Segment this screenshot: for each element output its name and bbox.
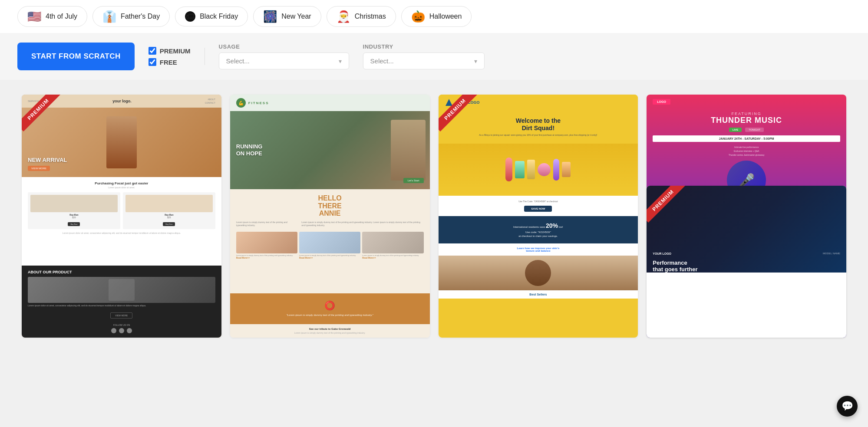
tpl1-subtitle: Purchasing Focal just got easier	[28, 181, 215, 185]
template-card-3[interactable]: PREMIUM YOUR LOGO Welcome to theDirt Squ…	[439, 95, 638, 338]
tpl5-headline: Performancethat goes further	[647, 259, 846, 273]
templates-grid: PREMIUM SERVICE your logo. ABOUT CONTACT…	[0, 80, 868, 352]
industry-select[interactable]: Select... ▾	[363, 53, 485, 69]
tpl1-hero-btn: VIEW MORE	[28, 166, 50, 171]
halloween-icon: 🎃	[411, 11, 425, 22]
free-checkbox-label[interactable]: FREE	[149, 58, 191, 66]
makeup-item-4	[538, 163, 551, 176]
tpl5-model: MODEL NAME	[823, 252, 840, 255]
tpl3-best-sellers: Best Sellers	[439, 290, 638, 299]
fathers-day-icon: 👔	[102, 11, 116, 22]
tpl4-details: Intimate live performance Exclusive inte…	[647, 142, 846, 161]
tpl1-buy-btn-1: Buy Now	[68, 222, 80, 226]
nav-label-christmas: Christmas	[355, 13, 386, 20]
tpl3-header: YOUR LOGO	[439, 95, 638, 110]
tpl1-contact: CONTACT	[205, 102, 215, 104]
makeup-item-5	[553, 159, 559, 181]
tpl2-col-text-2: Lorem ipsum is simply dummy text of the …	[301, 221, 423, 227]
nav-label-fathers-day: Father's Day	[121, 13, 160, 20]
nav-item-4th-july[interactable]: 🇺🇸 4th of July	[17, 6, 87, 27]
tpl2-img-3	[362, 232, 423, 253]
tpl2-tribute-text: See our tribute to Gabe Gronwald	[236, 328, 424, 330]
tpl5-logo: YOUR LOGO	[653, 252, 671, 255]
tpl2-hero-text: RUNNINGON HOPE	[236, 143, 263, 157]
nav-item-black-friday[interactable]: 🏷 Black Friday	[175, 7, 248, 26]
template-card-2[interactable]: 💪 FITNESS RUNNINGON HOPE Let's Start HEL…	[230, 95, 430, 338]
nav-item-fathers-day[interactable]: 👔 Father's Day	[92, 6, 170, 27]
nav-item-halloween[interactable]: 🎃 Halloween	[401, 6, 472, 27]
flag-icon: 🇺🇸	[27, 11, 41, 22]
new-year-icon: 🎆	[263, 11, 277, 22]
makeup-item-3	[527, 160, 535, 179]
template-card-5[interactable]: PREMIUM YOUR LOGO MODEL NAME Performance…	[647, 186, 846, 338]
tpl2-readmore-3: Read More>>	[362, 256, 423, 259]
template-5-content: YOUR LOGO MODEL NAME Performancethat goe…	[647, 186, 846, 273]
tpl3-products-img	[439, 144, 638, 196]
tpl3-logo-icon	[445, 98, 453, 107]
usage-chevron-icon: ▾	[339, 58, 342, 65]
tpl2-image-col-2: Lorem ipsum is simply dummy text of the …	[299, 232, 360, 259]
tpl1-logo: your logo.	[112, 99, 132, 103]
tpl1-about: ABOUT	[208, 98, 215, 101]
tpl1-product-1: Ray-Ban $20 Buy Now	[28, 192, 120, 229]
free-label: FREE	[160, 59, 177, 66]
tpl4-date-bar: JANUARY 24TH - SATURDAY - 5:00PM	[653, 135, 840, 142]
premium-checkbox[interactable]	[149, 47, 156, 55]
free-checkbox[interactable]	[149, 58, 156, 66]
tpl1-product-price-2: $25	[125, 216, 213, 219]
tpl2-readmore-1: Read More>>	[236, 256, 297, 259]
tpl2-hello-text: HELLOTHEREANNIE	[236, 194, 424, 217]
tpl3-hero: Welcome to theDirt Squad! As a Rileyu to…	[439, 110, 638, 144]
tpl2-logo-text: FITNESS	[248, 101, 269, 105]
template-1-content: SERVICE your logo. ABOUT CONTACT NEW ARR…	[22, 95, 221, 338]
tpl3-subtext: As a Rileyu to joining our squad- were g…	[445, 134, 632, 137]
tpl2-img-1	[236, 232, 297, 253]
nav-item-new-year[interactable]: 🎆 New Year	[253, 6, 321, 27]
filters-bar: START FROM SCRATCH PREMIUM FREE USAGE Se…	[0, 33, 868, 80]
tpl2-image-col-3: Lorem ipsum is simply dummy text of the …	[362, 232, 423, 259]
filter-checkboxes: PREMIUM FREE	[149, 47, 191, 66]
tpl1-follow: FOLLOW US ON	[28, 324, 215, 326]
tpl3-code-text: Use The Code: "OR30450R" at checkout	[445, 200, 632, 203]
industry-filter-group: INDUSTRY Select... ▾	[363, 43, 485, 69]
tpl5-logo-bar: YOUR LOGO MODEL NAME	[647, 248, 846, 259]
tpl3-skin: Learn how we improve your skin'stexture …	[439, 243, 638, 256]
usage-select[interactable]: Select... ▾	[219, 53, 349, 69]
top-nav: 🇺🇸 4th of July 👔 Father's Day 🏷 Black Fr…	[0, 0, 868, 33]
tpl1-footer-title: ABOUT OUR PRODUCT	[28, 270, 215, 274]
tpl2-image-col-1: Lorem ipsum is simply dummy text of the …	[236, 232, 297, 259]
nav-label-black-friday: Black Friday	[200, 13, 238, 20]
tpl4-tonight-badge: TONIGHT	[745, 128, 764, 132]
tpl3-intl-text: International residents save 20% too!Use…	[445, 221, 632, 238]
nav-item-christmas[interactable]: 🎅 Christmas	[327, 6, 396, 27]
tpl3-save-btn: SAVE NOW	[524, 206, 552, 212]
nav-label-halloween: Halloween	[429, 13, 462, 20]
usage-placeholder: Select...	[226, 57, 250, 65]
nav-label-4th-july: 4th of July	[46, 13, 77, 20]
template-card-1[interactable]: PREMIUM SERVICE your logo. ABOUT CONTACT…	[22, 95, 221, 338]
christmas-icon: 🎅	[337, 11, 350, 22]
tpl3-logo-text: YOUR LOGO	[456, 100, 480, 105]
start-from-scratch-button[interactable]: START FROM SCRATCH	[17, 43, 135, 70]
filter-divider	[205, 48, 205, 65]
tpl3-bowl-img	[439, 256, 638, 290]
tpl1-footer-img	[28, 277, 215, 303]
tpl1-product-img-2	[125, 195, 213, 212]
industry-placeholder: Select...	[370, 57, 394, 65]
tpl2-col-text-1: Lorem ipsum is simply dummy text of the …	[236, 221, 297, 227]
tpl2-footer-row: ⭕ "Lorem ipsum is simply dummy text of t…	[286, 300, 373, 317]
tpl2-footer-icon: ⭕	[324, 300, 335, 311]
premium-checkbox-label[interactable]: PREMIUM	[149, 47, 191, 55]
tpl2-tribute: See our tribute to Gabe Gronwald Lorem i…	[230, 324, 430, 338]
tpl3-code-section: Use The Code: "OR30450R" at checkout SAV…	[439, 196, 638, 216]
tpl1-footer-text: Lorem ipsum dolor sit amet, consectetur …	[28, 304, 215, 307]
usage-filter-group: USAGE Select... ▾	[219, 43, 349, 69]
tpl1-buy-btn-2: Buy Now	[163, 222, 175, 226]
tpl2-bottom-text: Lorem ipsum is simply dummy text of the …	[236, 332, 424, 334]
tpl1-hero: NEW ARRIVAL VIEW MORE	[22, 108, 221, 177]
template-3-content: YOUR LOGO Welcome to theDirt Squad! As a…	[439, 95, 638, 338]
tpl2-img-2	[299, 232, 360, 253]
tpl3-headline: Welcome to theDirt Squad!	[445, 117, 632, 132]
tpl1-desc: Lorem ipsum dolor sit amet.	[28, 186, 215, 189]
premium-label: PREMIUM	[160, 47, 191, 55]
